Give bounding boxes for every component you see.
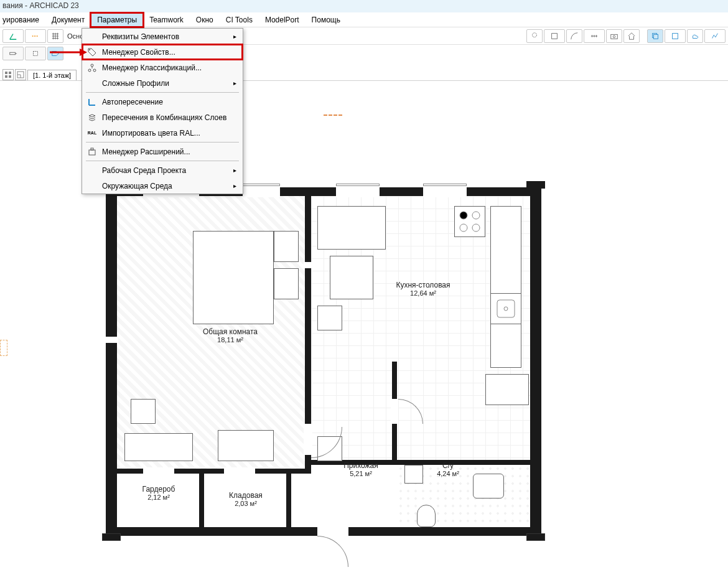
menu-auto-intersection[interactable]: Автопересечение — [82, 94, 243, 110]
door-opening — [224, 467, 255, 475]
svg-point-24 — [460, 224, 467, 232]
room-label-wardrobe: Гардероб 2,12 м² — [131, 485, 187, 501]
opening — [105, 337, 118, 343]
furniture-sofa — [218, 430, 274, 461]
menu-project-environment[interactable]: Рабочая Среда Проекта▸ — [82, 162, 243, 178]
room-label-storage: Кладовая 2,03 м² — [218, 491, 274, 507]
menu-complex-profiles[interactable]: Сложные Профили▸ — [82, 75, 243, 91]
door-opening — [391, 399, 398, 424]
furniture-fridge — [485, 374, 529, 405]
furniture-table — [330, 256, 373, 299]
menu-classification-manager[interactable]: Менеджер Классификаций... — [82, 60, 243, 75]
tool-render[interactable] — [704, 29, 726, 43]
tag-icon — [87, 47, 97, 57]
wall-end — [526, 533, 545, 541]
tool-select-method[interactable] — [544, 29, 565, 43]
fixture-shower — [404, 465, 423, 484]
tab-floorplan-icon[interactable] — [15, 69, 26, 80]
menu-separator — [86, 161, 239, 161]
menu-item-label: Менеджер Свойств... — [102, 48, 175, 57]
menu-item-label: Автопересечение — [102, 98, 163, 106]
tool-lasso[interactable] — [526, 29, 543, 43]
menu-element-attributes[interactable]: Реквизиты Элементов▸ — [82, 29, 243, 44]
svg-rect-1 — [552, 33, 558, 39]
svg-rect-7 — [10, 52, 16, 55]
guide-marker — [0, 340, 7, 356]
tool-arc[interactable] — [566, 29, 582, 43]
tool-elevation[interactable] — [25, 47, 46, 60]
window-sill — [336, 184, 380, 186]
furniture-sofa — [317, 206, 386, 250]
furniture-bed — [193, 231, 274, 324]
menu-item-label: Пересечения в Комбинациях Слоев — [102, 113, 226, 122]
room-label-hall: Прихожая 5,21 м² — [336, 461, 386, 477]
svg-point-22 — [460, 212, 467, 219]
svg-marker-21 — [80, 49, 87, 56]
menu-separator — [86, 142, 239, 143]
menu-work-environment[interactable]: Окружающая Среда▸ — [82, 178, 243, 194]
parameters-dropdown: Реквизиты Элементов▸ Менеджер Свойств...… — [82, 28, 243, 194]
menu-help[interactable]: Помощь — [306, 13, 347, 27]
svg-point-25 — [472, 224, 480, 232]
wall — [286, 474, 291, 530]
menu-window[interactable]: Окно — [190, 13, 220, 27]
menu-edit[interactable]: уирование — [0, 13, 45, 27]
intersect-icon — [87, 97, 97, 107]
tool-trace[interactable] — [647, 29, 663, 43]
menu-layer-intersections[interactable]: Пересечения в Комбинациях Слоев — [82, 110, 243, 125]
tool-section[interactable] — [2, 47, 24, 60]
room-name: С/у — [429, 461, 467, 470]
menu-item-label: Импортировать цвета RAL... — [102, 129, 200, 138]
door-swing — [317, 536, 348, 567]
wall-end — [526, 181, 545, 189]
tab-floor-1[interactable]: [1. 1-й этаж] — [27, 70, 77, 80]
room-name: Гардероб — [131, 485, 187, 494]
room-area: 12,64 м² — [380, 289, 467, 297]
svg-rect-19 — [91, 148, 93, 150]
tool-measure[interactable] — [584, 29, 605, 43]
wall — [199, 474, 204, 530]
tool-grid[interactable] — [47, 29, 63, 43]
menu-document[interactable]: Документ — [45, 13, 91, 27]
tool-snap-angle[interactable] — [2, 29, 24, 43]
svg-rect-6 — [673, 33, 678, 39]
tool-trace-options[interactable] — [665, 29, 686, 43]
room-area: 2,12 м² — [131, 494, 187, 501]
menu-teamwork[interactable]: Teamwork — [143, 13, 190, 27]
furniture-table — [124, 433, 193, 461]
fixture-toilet — [417, 505, 436, 527]
menu-item-label: Менеджер Расширений... — [102, 147, 190, 156]
tab-grid-icon[interactable] — [2, 69, 14, 80]
menu-addon-manager[interactable]: Менеджер Расширений... — [82, 144, 243, 159]
menu-citools[interactable]: CI Tools — [220, 13, 259, 27]
fixture-sink — [473, 474, 504, 498]
room-area: 4,24 м² — [429, 470, 467, 477]
submenu-arrow-icon: ▸ — [233, 182, 236, 189]
tool-cloud[interactable] — [687, 29, 703, 43]
menu-item-label: Окружающая Среда — [102, 182, 172, 190]
tool-camera[interactable] — [606, 29, 622, 43]
submenu-arrow-icon: ▸ — [233, 80, 236, 87]
menu-modelport[interactable]: ModelPort — [259, 13, 306, 27]
submenu-arrow-icon: ▸ — [233, 33, 236, 40]
svg-point-15 — [91, 64, 93, 67]
tool-home[interactable] — [623, 29, 640, 43]
room-name: Кухня-столовая — [380, 281, 467, 289]
furniture-chair — [317, 306, 342, 330]
annotation-arrow — [50, 46, 87, 58]
window-sill — [243, 184, 280, 186]
svg-point-0 — [533, 32, 537, 37]
title-bar: вания - ARCHICAD 23 — [0, 0, 728, 12]
wall — [530, 187, 541, 536]
menu-import-ral[interactable]: RAL Импортировать цвета RAL... — [82, 125, 243, 141]
menu-item-label: Реквизиты Элементов — [102, 32, 179, 41]
menu-bar: уирование Документ Параметры Teamwork Ок… — [0, 12, 728, 27]
section-marker — [324, 115, 342, 117]
tool-guideline[interactable] — [25, 29, 46, 43]
wall-end — [102, 533, 121, 541]
menu-property-manager[interactable]: Менеджер Свойств... — [82, 44, 243, 60]
menu-parameters[interactable]: Параметры — [91, 13, 143, 27]
ral-icon: RAL — [87, 128, 97, 138]
opening — [304, 262, 312, 268]
furniture-nightstand — [274, 231, 299, 262]
